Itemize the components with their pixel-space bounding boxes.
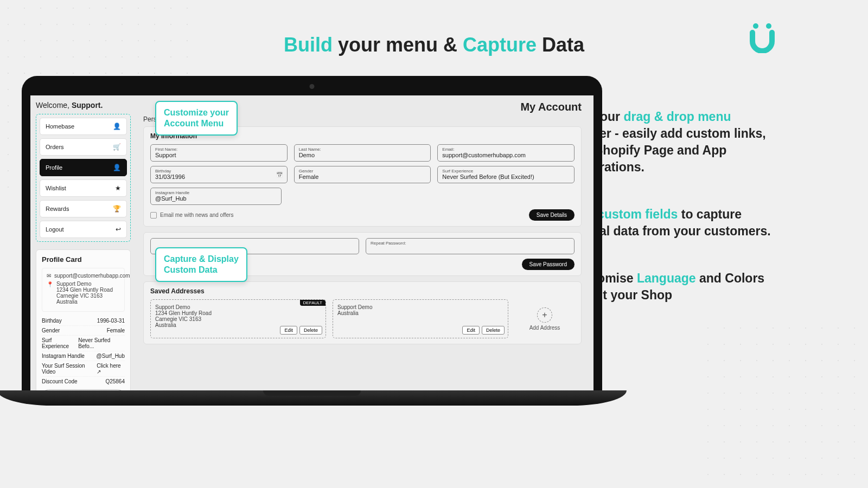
menu-item-logout[interactable]: Logout↩ — [40, 221, 127, 238]
star-icon: ★ — [115, 184, 121, 192]
callout-customize-menu: Customize your Account Menu — [155, 101, 238, 136]
birthday-field[interactable]: Birthday31/03/1996 — [150, 166, 288, 183]
email-field[interactable]: Email:support@customerhubapp.com — [437, 144, 575, 162]
default-badge: DEFAULT — [300, 300, 326, 306]
kv-row: Birthday1996-03-31 — [42, 316, 125, 326]
addresses-panel: Saved Addresses DEFAULT Support Demo 123… — [143, 281, 582, 344]
edit-address-button[interactable]: Edit — [280, 326, 297, 335]
kv-row: Instagram Handle@Surf_Hub — [42, 351, 125, 361]
profile-addr2: Carnegie VIC 3163 — [56, 293, 113, 299]
menu-item-homebase[interactable]: Homebase👤 — [40, 118, 127, 135]
profile-addr1: 1234 Glen Huntly Road — [56, 287, 113, 293]
kv-row: Your Surf Session VideoClick here ↗ — [42, 361, 125, 377]
add-address-button[interactable]: + Add Address — [515, 299, 575, 338]
pin-icon: 📍 — [47, 281, 53, 287]
page-headline: Build your menu & Capture Data — [284, 34, 584, 56]
edit-address-button[interactable]: Edit — [462, 326, 480, 335]
menu-item-wishlist[interactable]: Wishlist★ — [40, 179, 127, 197]
kv-row: Discount CodeQ25864 — [42, 377, 125, 386]
mail-icon: ✉ — [47, 273, 51, 279]
profile-addr3: Australia — [56, 299, 113, 305]
svg-point-1 — [766, 23, 771, 29]
save-password-button[interactable]: Save Password — [522, 259, 575, 270]
gender-field[interactable]: GenderFemale — [294, 166, 431, 183]
repeat-password-field[interactable]: Repeat Password: — [366, 238, 575, 254]
delete-address-button[interactable]: Delete — [482, 326, 505, 335]
profile-name: Support Demo — [56, 281, 113, 287]
user-icon: 👤 — [113, 123, 121, 130]
surf-experience-field[interactable]: Surf ExperienceNever Surfed Before (But … — [437, 166, 575, 183]
delete-address-button[interactable]: Delete — [299, 326, 322, 335]
profile-card-title: Profile Card — [42, 255, 125, 264]
kv-row: Surf ExperienceNever Surfed Befo... — [42, 336, 125, 351]
profile-card: Profile Card ✉support@customerhubapp.com… — [36, 249, 131, 390]
newsletter-checkbox[interactable]: Email me with news and offers — [150, 212, 233, 219]
welcome-text: Welcome, Support. — [36, 101, 131, 110]
cart-icon: 🛒 — [113, 143, 121, 151]
menu-item-orders[interactable]: Orders🛒 — [40, 138, 127, 156]
my-information-panel: My Information First Name:Support Last N… — [143, 126, 582, 227]
brand-logo-icon — [746, 21, 778, 53]
logout-icon: ↩ — [116, 226, 121, 233]
svg-point-0 — [753, 23, 758, 29]
address-card: DEFAULT Support Demo 1234 Glen Huntly Ro… — [150, 299, 326, 338]
menu-item-profile[interactable]: Profile👤 — [40, 159, 127, 176]
account-menu: Homebase👤 Orders🛒 Profile👤 Wishlist★ Rew… — [36, 114, 131, 242]
address-card: Support Demo Australia Edit Delete — [333, 299, 508, 338]
last-name-field[interactable]: Last Name:Demo — [294, 144, 431, 162]
save-details-button[interactable]: Save Details — [529, 209, 575, 221]
instagram-handle-field[interactable]: Instagram Handle@Surf_Hub — [150, 188, 282, 205]
menu-item-rewards[interactable]: Rewards🏆 — [40, 200, 127, 217]
user-icon: 👤 — [113, 164, 121, 171]
trophy-icon: 🏆 — [113, 205, 121, 213]
profile-email: support@customerhubapp.com — [54, 273, 130, 279]
callout-capture-data: Capture & Display Custom Data — [155, 247, 247, 282]
panel-title: Saved Addresses — [150, 287, 575, 295]
first-name-field[interactable]: First Name:Support — [150, 144, 288, 162]
kv-row: GenderFemale — [42, 326, 125, 336]
plus-icon: + — [537, 307, 552, 323]
